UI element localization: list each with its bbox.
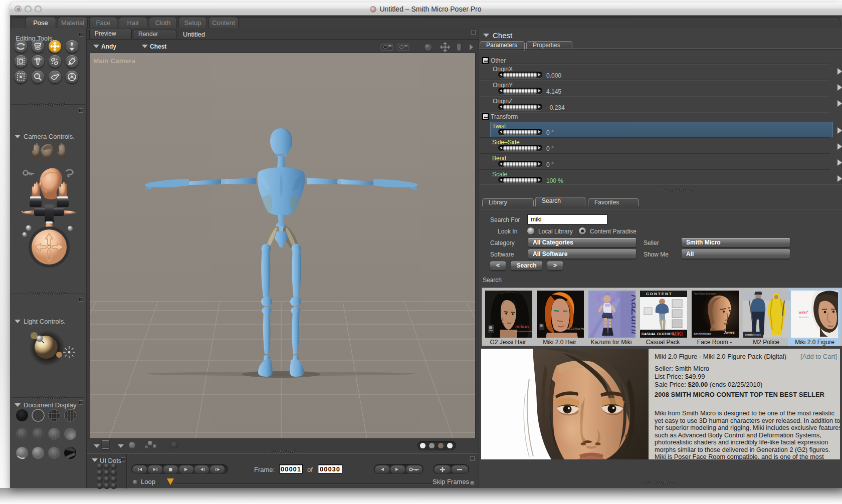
svg-text:figure pack: figure pack	[799, 316, 809, 318]
svg-text:KaZumi: KaZumi	[629, 295, 636, 335]
svg-text:miki²: miki²	[799, 310, 808, 315]
svg-text:Miki 2.0 Real Hair: Miki 2.0 Real Hair	[566, 327, 584, 330]
svg-text:Face Room Extension: Face Room Extension	[694, 293, 716, 295]
svg-text:James: James	[724, 331, 735, 334]
svg-text:smithmicro: smithmicro	[745, 333, 761, 336]
svg-text:www.contentparadise.com: www.contentparadise.com	[514, 330, 532, 333]
svg-text:MIKI: MIKI	[672, 331, 683, 337]
svg-text:mikiɹo: mikiɹo	[515, 324, 529, 329]
svg-text:CASUAL CLOTHES: CASUAL CLOTHES	[642, 332, 674, 336]
svg-text:smithmicro: smithmicro	[694, 332, 711, 336]
svg-text:CONTENT: CONTENT	[646, 292, 673, 296]
